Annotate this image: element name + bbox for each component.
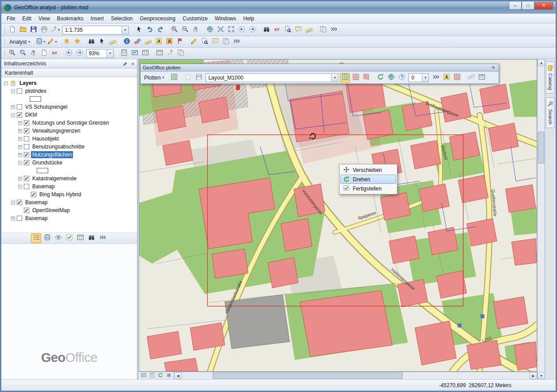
comment-button[interactable] — [210, 37, 220, 47]
fixed-zoom-in-button[interactable] — [215, 25, 225, 35]
plot-label-button[interactable]: A — [441, 73, 451, 83]
print-button[interactable] — [39, 25, 49, 35]
collapse-icon[interactable]: − — [11, 89, 15, 93]
plotten-toolbar-titlebar[interactable]: GeoOffice plotten × — [141, 64, 499, 72]
menu-file[interactable]: File — [3, 15, 19, 23]
layer-item-basemap[interactable]: +✓Basemap — [1, 214, 137, 222]
copy-plot-button[interactable] — [361, 73, 371, 83]
layout-view-button[interactable] — [148, 373, 156, 379]
layer-item-plotindex[interactable]: −✓plotindex — [1, 87, 137, 95]
layer-item-nutzungs-und-sonstige-grenzen[interactable]: +✓Nutzungs und Sonstige Grenzen — [1, 119, 137, 127]
more-tools-button[interactable] — [431, 73, 441, 83]
rotation-spinner[interactable]: 0▾ — [408, 73, 429, 82]
menu-selection[interactable]: Selection — [107, 15, 136, 23]
menu-insert[interactable]: Insert — [87, 15, 107, 23]
chevron-down-icon[interactable]: ▾ — [107, 49, 113, 57]
edit-tool-button[interactable] — [97, 37, 107, 47]
layer-visibility-checkbox[interactable]: ✓ — [24, 136, 29, 141]
list-by-drawing-order-button[interactable] — [31, 233, 41, 243]
change-layout-button[interactable] — [140, 49, 150, 58]
pause-drawing-button[interactable] — [165, 373, 173, 379]
layer-label[interactable]: Nutzungs und Sonstige Grenzen — [31, 119, 110, 126]
expand-icon[interactable]: + — [11, 217, 15, 221]
focus-data-frame-button[interactable] — [130, 49, 140, 58]
layer-visibility-checkbox[interactable]: ✓ — [24, 208, 29, 213]
redo-button[interactable] — [155, 25, 165, 35]
layer-item-vs-schulsprengel[interactable]: +✓VS Schulsprengel — [1, 103, 137, 111]
preview-plot-button[interactable] — [386, 73, 396, 83]
layer-visibility-checkbox[interactable]: ✓ — [24, 152, 29, 157]
scroll-up-arrow[interactable]: ▲ — [538, 59, 545, 66]
new-map-button[interactable] — [7, 25, 17, 35]
layer-visibility-checkbox[interactable]: ✓ — [24, 120, 29, 126]
menu-windows[interactable]: Windows — [211, 15, 240, 23]
layer-label[interactable]: Basemap — [24, 215, 49, 222]
tab-catalog[interactable]: Catalog — [546, 61, 555, 94]
editor-menu-button[interactable]: ▾ — [46, 37, 57, 47]
refresh-plot-button[interactable] — [375, 73, 385, 83]
expand-icon[interactable]: + — [18, 145, 22, 149]
layer-item-bing-maps-hybrid[interactable]: ✓Bing Maps Hybrid — [1, 190, 137, 198]
label-yellow-button[interactable]: A — [153, 37, 164, 47]
layer-label[interactable]: Nutzungsflächen — [31, 151, 73, 158]
back-extent-button[interactable] — [64, 49, 74, 58]
layer-visibility-checkbox[interactable]: ✓ — [17, 216, 22, 221]
measure-button[interactable] — [304, 25, 314, 35]
layer-item-nutzungsflächen[interactable]: +✓Nutzungsflächen — [1, 151, 137, 159]
collapse-icon[interactable]: − — [18, 161, 22, 165]
menu-customize[interactable]: Customize — [179, 15, 211, 23]
full-extent-button[interactable] — [205, 25, 215, 35]
context-menu-item-fertigstellen[interactable]: Fertigstellen — [340, 184, 396, 193]
map-scale-combo[interactable]: 1:1.735▾ — [62, 26, 129, 34]
collapse-icon[interactable]: − — [11, 201, 15, 205]
edit-grid-button[interactable] — [452, 73, 462, 83]
expand-icon[interactable]: + — [18, 137, 22, 141]
list-by-visibility-button[interactable] — [53, 233, 63, 243]
select-plot-button[interactable] — [340, 73, 350, 83]
layer-visibility-checkbox[interactable]: ✓ — [24, 144, 29, 149]
link-plot-button[interactable] — [466, 73, 476, 83]
identify-features-button[interactable] — [122, 37, 132, 47]
toolbar-grip[interactable] — [4, 50, 5, 57]
layer-item-basemap[interactable]: −✓Basemap — [1, 183, 137, 190]
layer-visibility-checkbox[interactable]: ✓ — [17, 88, 22, 94]
layer-label[interactable]: DKM — [24, 111, 38, 118]
context-menu-item-drehen[interactable]: Drehen — [340, 175, 396, 184]
layer-label[interactable]: VS Schulsprengel — [24, 103, 69, 110]
copy-button[interactable] — [318, 25, 328, 35]
analyst-toolbar-options-button[interactable] — [231, 37, 241, 47]
map-canvas[interactable]: BroßwaldengasseMerbodVorklostergasseVork… — [139, 60, 537, 371]
toolbar-grip[interactable] — [4, 38, 5, 46]
flag-button[interactable] — [175, 37, 185, 47]
title-bar[interactable]: GeoOffice analyst - plotten.mxd – □ × — [1, 1, 556, 14]
layer-visibility-checkbox[interactable]: ✓ — [24, 128, 29, 133]
analyst-menu-button[interactable]: Analyst▾ — [7, 37, 31, 47]
plotten-toolbar-window[interactable]: GeoOffice plotten × Plotten▾Layout_M1000… — [140, 64, 499, 84]
previous-extent-button[interactable] — [237, 25, 247, 35]
layer-item-openstreetmap[interactable]: ✓OpenStreetMap — [1, 206, 137, 214]
collapse-icon[interactable]: − — [4, 81, 8, 85]
scroll-left-arrow[interactable]: ◀ — [174, 372, 182, 379]
zoom-100-button[interactable]: XY — [50, 49, 60, 58]
undo-button[interactable] — [145, 25, 155, 35]
plotten-close-icon[interactable]: × — [490, 65, 496, 71]
select-elements-button[interactable] — [134, 25, 144, 35]
collapse-icon[interactable]: − — [11, 113, 15, 117]
zoom-percent-combo[interactable]: 93%▾ — [86, 49, 114, 58]
copy-features-button[interactable] — [221, 37, 231, 47]
zoom-out-button[interactable] — [180, 25, 190, 35]
menu-help[interactable]: Help — [240, 15, 258, 23]
new-plot-button[interactable] — [169, 73, 179, 83]
horizontal-scrollbar[interactable]: ◀ ▶ — [174, 372, 537, 379]
menu-bookmarks[interactable]: Bookmarks — [53, 15, 87, 23]
open-map-button[interactable] — [18, 25, 28, 35]
context-menu-item-verschieben[interactable]: Verschieben — [340, 165, 396, 175]
toc-search-button[interactable] — [86, 233, 96, 243]
forward-extent-button[interactable] — [74, 49, 84, 58]
scroll-right-arrow[interactable]: ▶ — [530, 372, 537, 379]
layer-item-grundstücke[interactable]: −✓Grundstücke — [1, 159, 137, 167]
toc-options-button[interactable] — [75, 233, 85, 243]
layer-visibility-checkbox[interactable]: ✓ — [17, 112, 22, 118]
vertical-scroll-track[interactable] — [538, 66, 545, 372]
label-orange-button[interactable]: A — [164, 37, 174, 47]
